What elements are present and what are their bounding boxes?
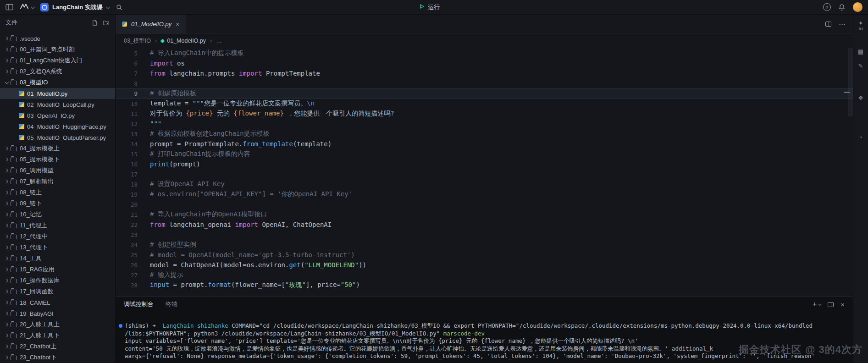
tree-item-label: 09_链下 [20,199,42,208]
editor-scrollbar[interactable] [848,48,853,116]
tree-item-label: 01_LangChain快速入门 [20,56,83,65]
code-line: 28input = prompt.format(flower_name=["玫瑰… [116,280,853,290]
code-line: 27# 输入提示 [116,270,853,280]
tree-folder-item[interactable]: 19_BabyAGI [0,308,115,319]
code-line: 15# 打印LangChain提示模板的内容 [116,149,853,159]
folder-icon [11,334,17,338]
tree-item-label: .vscode [20,35,40,42]
code-line: 17 [116,169,853,179]
tree-file-item[interactable]: 02_ModelIO_LoopCall.py [0,99,115,110]
tree-folder-item[interactable]: 05_提示模板下 [0,154,115,165]
panel-tab[interactable]: 终端 [166,300,177,308]
chevron-right-icon [5,147,8,150]
search-icon[interactable] [116,4,123,11]
tree-file-item[interactable]: 05_ModelIO_OutputParser.py [0,132,115,143]
code-line: 9# 创建原始模板 [116,88,853,99]
new-terminal-button[interactable]: + [813,301,821,308]
notifications-icon[interactable] [838,4,846,11]
chevron-right-icon [5,169,8,172]
explorer-header: 文件 [0,15,115,30]
code-line: 6import os [116,58,853,68]
tree-file-item[interactable]: 03_OpenAI_IO.py [0,110,115,121]
editor-tab[interactable]: 01_ModelIO.py × [116,15,186,33]
extensions-icon[interactable]: ❖ [858,95,863,101]
tree-folder-item[interactable]: 20_人脉工具上 [0,319,115,330]
breadcrumb-item[interactable]: 03_模型IO [124,37,151,45]
tree-folder-item[interactable]: 23_Chatbot下 [0,352,115,363]
console-lines: (shims) ➜ LangChain-shizhanke COMMAND="c… [125,322,853,360]
folder-icon [11,37,17,41]
workspace-name: LangChain 实战课 [52,3,103,11]
tree-item-label: 02_ModelIO_LoopCall.py [27,101,94,108]
chevron-right-icon [5,323,8,326]
tree-item-label: 16_操作数据库 [20,276,60,285]
tree-folder-item[interactable]: 15_RAG应用 [0,264,115,275]
folder-icon [11,290,17,294]
tree-folder-item[interactable]: 10_记忆 [0,209,115,220]
chevron-right-icon [5,312,8,315]
line-number: 23 [116,231,138,238]
code-editor[interactable]: 5# 导入LangChain中的提示模板6import os7from lang… [116,48,853,296]
logo-icon [20,3,29,11]
folder-icon [11,246,17,250]
tree-folder-item[interactable]: 08_链上 [0,187,115,198]
tree-file-item[interactable]: 04_ModelIO_HuggingFace.py [0,121,115,132]
tree-folder-item[interactable]: 03_模型IO [0,77,115,88]
tree-folder-item[interactable]: 17_回调函数 [0,286,115,297]
debug-console-output[interactable]: (shims) ➜ LangChain-shizhanke COMMAND="c… [116,312,853,363]
new-file-icon[interactable] [91,19,98,26]
folder-icon [11,169,17,173]
tree-item-label: 13_代理下 [20,243,48,252]
code-lines: 5# 导入LangChain中的提示模板6import os7from lang… [116,48,853,290]
ide-window: LangChain 实战课 运行 ? [0,0,868,363]
ai-assistant-icon[interactable]: ✦AI [858,20,863,31]
tree-folder-item[interactable]: 21_人脉工具下 [0,330,115,341]
tree-file-item[interactable]: 01_ModelIO.py [0,88,115,99]
folder-icon [11,180,17,184]
tree-folder-item[interactable]: 12_代理中 [0,231,115,242]
more-actions-icon[interactable]: ⋯ [839,21,846,28]
console-line: wargs={'refusal': None} response_metadat… [125,352,853,360]
run-button[interactable]: 运行 [419,0,440,14]
tree-folder-item[interactable]: .vscode [0,33,115,44]
toggle-sidebar-icon[interactable] [6,4,13,11]
chevron-right-icon [5,301,8,304]
app-logo[interactable] [20,3,34,11]
tree-folder-item[interactable]: 16_操作数据库 [0,275,115,286]
breadcrumb-item[interactable]: 01_ModelIO.py [161,38,206,44]
folder-icon [11,235,17,239]
close-panel-icon[interactable]: × [840,301,845,308]
tree-folder-item[interactable]: 02_文档QA系统 [0,66,115,77]
tree-folder-item[interactable]: 22_Chatbot上 [0,341,115,352]
tree-folder-item[interactable]: 07_解析输出 [0,176,115,187]
line-number: 6 [116,60,138,67]
new-folder-icon[interactable] [103,19,110,26]
breadcrumb-more[interactable]: … [216,38,222,44]
tree-folder-item[interactable]: 09_链下 [0,198,115,209]
split-editor-icon[interactable] [825,22,831,27]
tree-folder-item[interactable]: 00_开篇词_奇点时刻 [0,44,115,55]
tree-folder-item[interactable]: 13_代理下 [0,242,115,253]
split-panel-icon[interactable] [828,302,834,307]
tree-folder-item[interactable]: 11_代理上 [0,220,115,231]
tab-close-icon[interactable]: × [176,21,179,28]
avatar[interactable] [853,2,862,12]
tree-folder-item[interactable]: 06_调用模型 [0,165,115,176]
tree-folder-item[interactable]: 14_工具 [0,253,115,264]
tree-folder-item[interactable]: 04_提示模板上 [0,143,115,154]
workspace-switcher[interactable]: LangChain 实战课 [40,3,109,11]
code-line: 22from langchain_openai import OpenAI, C… [116,220,853,230]
folder-icon [11,191,17,195]
history-icon[interactable]: ◔ [859,134,862,141]
tree-folder-item[interactable]: 01_LangChain快速入门 [0,55,115,66]
panel-tab[interactable]: 调试控制台 [124,300,154,308]
help-icon[interactable]: ? [823,3,831,11]
folder-icon [11,202,17,206]
tree-folder-item[interactable]: 18_CAMEL [0,297,115,308]
tree-item-label: 14_工具 [20,254,42,263]
python-file-icon [19,102,24,107]
chevron-down-icon [31,5,34,9]
code-line: 13# 根据原始模板创建LangChain提示模板 [116,129,853,139]
pen-icon[interactable]: ✎ [858,63,863,69]
docs-icon[interactable]: ▤ [858,49,863,55]
